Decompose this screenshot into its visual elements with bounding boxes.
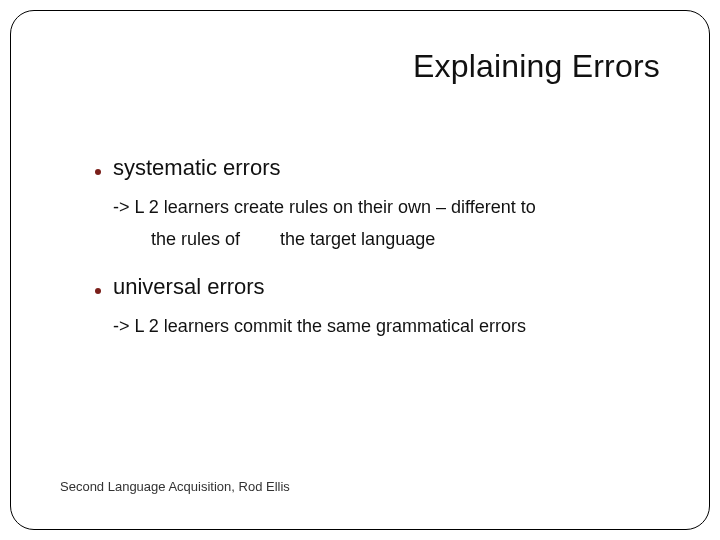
slide-footer: Second Language Acquisition, Rod Ellis [60, 479, 290, 494]
slide-title: Explaining Errors [413, 48, 660, 85]
slide: Explaining Errors systematic errors -> L… [0, 0, 720, 540]
bullet-subtext: -> L 2 learners create rules on their ow… [113, 191, 660, 256]
sub-fragment: the rules of [151, 229, 240, 249]
slide-content: systematic errors -> L 2 learners create… [95, 155, 660, 360]
bullet-item: universal errors [95, 274, 660, 300]
bullet-heading: universal errors [113, 274, 265, 300]
bullet-dot-icon [95, 169, 101, 175]
sub-line: the rules ofthe target language [151, 223, 660, 255]
bullet-dot-icon [95, 288, 101, 294]
bullet-subtext: -> L 2 learners commit the same grammati… [113, 310, 660, 342]
bullet-item: systematic errors [95, 155, 660, 181]
sub-fragment: the target language [280, 229, 435, 249]
sub-line: -> L 2 learners commit the same grammati… [113, 310, 660, 342]
sub-line: -> L 2 learners create rules on their ow… [113, 191, 660, 223]
bullet-heading: systematic errors [113, 155, 280, 181]
